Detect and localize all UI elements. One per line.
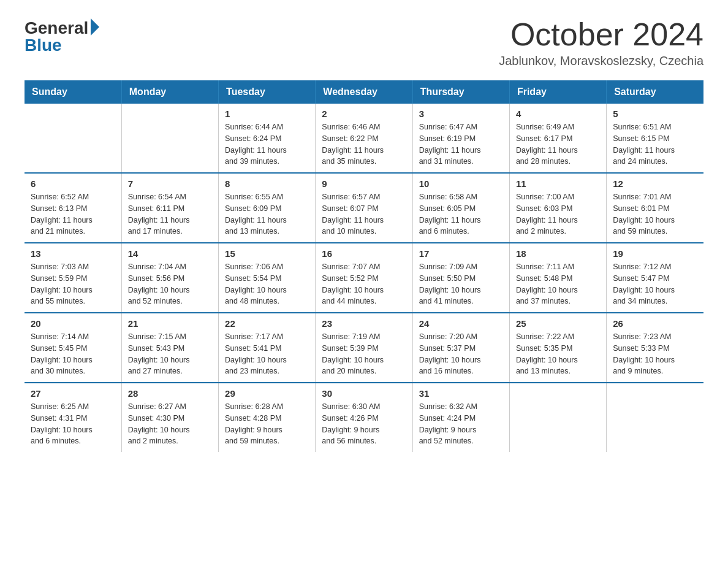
calendar-cell: 22Sunrise: 7:17 AM Sunset: 5:41 PM Dayli… [219, 313, 316, 383]
day-info: Sunrise: 7:04 AM Sunset: 5:56 PM Dayligh… [128, 261, 212, 307]
calendar-cell: 25Sunrise: 7:22 AM Sunset: 5:35 PM Dayli… [509, 313, 606, 383]
calendar-cell [121, 104, 218, 173]
calendar-cell: 14Sunrise: 7:04 AM Sunset: 5:56 PM Dayli… [121, 243, 218, 313]
day-info: Sunrise: 7:09 AM Sunset: 5:50 PM Dayligh… [419, 261, 503, 307]
logo-arrow-icon [91, 18, 99, 36]
calendar-table: SundayMondayTuesdayWednesdayThursdayFrid… [25, 80, 703, 452]
day-number: 16 [322, 248, 406, 259]
day-info: Sunrise: 7:19 AM Sunset: 5:39 PM Dayligh… [322, 331, 406, 377]
day-number: 30 [322, 388, 406, 399]
day-number: 15 [225, 248, 309, 259]
day-info: Sunrise: 7:14 AM Sunset: 5:45 PM Dayligh… [31, 331, 115, 377]
calendar-cell: 21Sunrise: 7:15 AM Sunset: 5:43 PM Dayli… [121, 313, 218, 383]
calendar-cell: 13Sunrise: 7:03 AM Sunset: 5:59 PM Dayli… [25, 243, 121, 313]
calendar-cell: 4Sunrise: 6:49 AM Sunset: 6:17 PM Daylig… [509, 104, 606, 173]
header-tuesday: Tuesday [219, 80, 316, 104]
header-monday: Monday [121, 80, 218, 104]
header-friday: Friday [509, 80, 606, 104]
calendar-cell: 30Sunrise: 6:30 AM Sunset: 4:26 PM Dayli… [316, 383, 412, 452]
day-number: 24 [419, 318, 503, 329]
day-number: 2 [322, 109, 406, 119]
day-number: 26 [613, 318, 697, 329]
day-number: 31 [419, 388, 503, 399]
day-number: 13 [31, 248, 115, 259]
calendar-cell: 12Sunrise: 7:01 AM Sunset: 6:01 PM Dayli… [607, 173, 703, 243]
calendar-cell: 29Sunrise: 6:28 AM Sunset: 4:28 PM Dayli… [219, 383, 316, 452]
day-number: 25 [516, 318, 600, 329]
day-info: Sunrise: 7:03 AM Sunset: 5:59 PM Dayligh… [31, 261, 115, 307]
day-info: Sunrise: 7:12 AM Sunset: 5:47 PM Dayligh… [613, 261, 697, 307]
day-info: Sunrise: 6:25 AM Sunset: 4:31 PM Dayligh… [31, 401, 115, 447]
day-info: Sunrise: 6:58 AM Sunset: 6:05 PM Dayligh… [419, 191, 503, 237]
day-number: 10 [419, 178, 503, 189]
day-info: Sunrise: 7:20 AM Sunset: 5:37 PM Dayligh… [419, 331, 503, 377]
day-number: 29 [225, 388, 309, 399]
day-number: 14 [128, 248, 212, 259]
day-number: 20 [31, 318, 115, 329]
day-info: Sunrise: 6:57 AM Sunset: 6:07 PM Dayligh… [322, 191, 406, 237]
day-info: Sunrise: 7:23 AM Sunset: 5:33 PM Dayligh… [613, 331, 697, 377]
day-number: 23 [322, 318, 406, 329]
week-row-5: 27Sunrise: 6:25 AM Sunset: 4:31 PM Dayli… [25, 383, 703, 452]
day-number: 8 [225, 178, 309, 189]
month-title: October 2024 [499, 18, 703, 50]
header-saturday: Saturday [607, 80, 703, 104]
page-header: General Blue October 2024 Jablunkov, Mor… [25, 18, 703, 68]
day-number: 4 [516, 109, 600, 119]
day-info: Sunrise: 7:17 AM Sunset: 5:41 PM Dayligh… [225, 331, 309, 377]
day-number: 18 [516, 248, 600, 259]
calendar-cell: 24Sunrise: 7:20 AM Sunset: 5:37 PM Dayli… [412, 313, 509, 383]
header-thursday: Thursday [412, 80, 509, 104]
calendar-cell: 6Sunrise: 6:52 AM Sunset: 6:13 PM Daylig… [25, 173, 121, 243]
day-number: 11 [516, 178, 600, 189]
day-info: Sunrise: 7:22 AM Sunset: 5:35 PM Dayligh… [516, 331, 600, 377]
week-row-4: 20Sunrise: 7:14 AM Sunset: 5:45 PM Dayli… [25, 313, 703, 383]
calendar-cell [607, 383, 703, 452]
weekday-header-row: SundayMondayTuesdayWednesdayThursdayFrid… [25, 80, 703, 104]
day-number: 3 [419, 109, 503, 119]
day-info: Sunrise: 7:00 AM Sunset: 6:03 PM Dayligh… [516, 191, 600, 237]
day-info: Sunrise: 6:47 AM Sunset: 6:19 PM Dayligh… [419, 121, 503, 167]
header-wednesday: Wednesday [316, 80, 412, 104]
day-number: 28 [128, 388, 212, 399]
calendar-cell [25, 104, 121, 173]
calendar-cell: 5Sunrise: 6:51 AM Sunset: 6:15 PM Daylig… [607, 104, 703, 173]
day-info: Sunrise: 6:49 AM Sunset: 6:17 PM Dayligh… [516, 121, 600, 167]
location: Jablunkov, Moravskoslezsky, Czechia [499, 54, 703, 68]
day-number: 6 [31, 178, 115, 189]
day-number: 22 [225, 318, 309, 329]
calendar-cell: 28Sunrise: 6:27 AM Sunset: 4:30 PM Dayli… [121, 383, 218, 452]
calendar-cell: 18Sunrise: 7:11 AM Sunset: 5:48 PM Dayli… [509, 243, 606, 313]
calendar-cell: 26Sunrise: 7:23 AM Sunset: 5:33 PM Dayli… [607, 313, 703, 383]
logo: General Blue [25, 18, 99, 55]
day-info: Sunrise: 6:52 AM Sunset: 6:13 PM Dayligh… [31, 191, 115, 237]
day-info: Sunrise: 6:51 AM Sunset: 6:15 PM Dayligh… [613, 121, 697, 167]
calendar-cell: 17Sunrise: 7:09 AM Sunset: 5:50 PM Dayli… [412, 243, 509, 313]
calendar-cell: 23Sunrise: 7:19 AM Sunset: 5:39 PM Dayli… [316, 313, 412, 383]
calendar-cell: 19Sunrise: 7:12 AM Sunset: 5:47 PM Dayli… [607, 243, 703, 313]
calendar-cell: 7Sunrise: 6:54 AM Sunset: 6:11 PM Daylig… [121, 173, 218, 243]
calendar-cell [509, 383, 606, 452]
calendar-cell: 15Sunrise: 7:06 AM Sunset: 5:54 PM Dayli… [219, 243, 316, 313]
day-number: 7 [128, 178, 212, 189]
calendar-cell: 1Sunrise: 6:44 AM Sunset: 6:24 PM Daylig… [219, 104, 316, 173]
day-number: 27 [31, 388, 115, 399]
logo-blue: Blue [25, 36, 62, 55]
calendar-cell: 11Sunrise: 7:00 AM Sunset: 6:03 PM Dayli… [509, 173, 606, 243]
calendar-cell: 10Sunrise: 6:58 AM Sunset: 6:05 PM Dayli… [412, 173, 509, 243]
day-info: Sunrise: 6:46 AM Sunset: 6:22 PM Dayligh… [322, 121, 406, 167]
day-number: 12 [613, 178, 697, 189]
calendar-cell: 2Sunrise: 6:46 AM Sunset: 6:22 PM Daylig… [316, 104, 412, 173]
day-info: Sunrise: 6:30 AM Sunset: 4:26 PM Dayligh… [322, 401, 406, 447]
day-info: Sunrise: 6:54 AM Sunset: 6:11 PM Dayligh… [128, 191, 212, 237]
day-info: Sunrise: 7:15 AM Sunset: 5:43 PM Dayligh… [128, 331, 212, 377]
day-number: 5 [613, 109, 697, 119]
day-info: Sunrise: 6:55 AM Sunset: 6:09 PM Dayligh… [225, 191, 309, 237]
calendar-cell: 8Sunrise: 6:55 AM Sunset: 6:09 PM Daylig… [219, 173, 316, 243]
week-row-3: 13Sunrise: 7:03 AM Sunset: 5:59 PM Dayli… [25, 243, 703, 313]
day-info: Sunrise: 6:32 AM Sunset: 4:24 PM Dayligh… [419, 401, 503, 447]
day-info: Sunrise: 7:01 AM Sunset: 6:01 PM Dayligh… [613, 191, 697, 237]
day-number: 19 [613, 248, 697, 259]
header-sunday: Sunday [25, 80, 121, 104]
calendar-cell: 3Sunrise: 6:47 AM Sunset: 6:19 PM Daylig… [412, 104, 509, 173]
